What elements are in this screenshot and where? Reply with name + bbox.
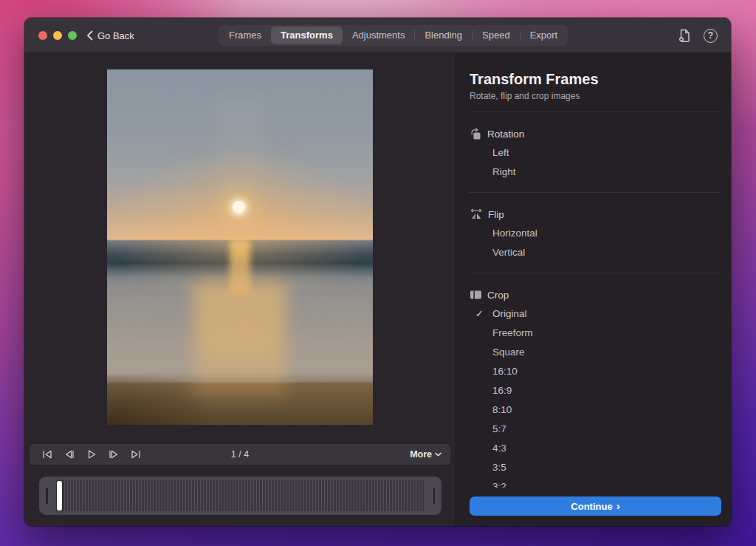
panel-subtitle: Rotate, flip and crop images bbox=[470, 91, 720, 101]
crop-icon bbox=[470, 290, 482, 300]
sand-shadow bbox=[107, 375, 267, 425]
chevron-down-icon bbox=[435, 452, 441, 457]
rotate-icon bbox=[470, 128, 482, 140]
skip-to-end-button[interactable] bbox=[130, 448, 142, 460]
crop-section-header: Crop bbox=[470, 285, 720, 304]
crop-section-label: Crop bbox=[487, 290, 509, 301]
filmstrip-track[interactable] bbox=[55, 480, 425, 511]
go-back-label: Go Back bbox=[97, 30, 134, 41]
flip-section-label: Flip bbox=[488, 209, 504, 220]
crop-option-3-2[interactable]: 3:2 bbox=[456, 477, 731, 488]
crop-option-8-10[interactable]: 8:10 bbox=[456, 400, 731, 420]
chevron-left-icon bbox=[86, 30, 93, 41]
traffic-lights bbox=[38, 31, 77, 40]
tab-blending[interactable]: Blending bbox=[415, 27, 472, 44]
crop-option-4-3[interactable]: 4:3 bbox=[456, 439, 731, 458]
tab-frames[interactable]: Frames bbox=[219, 27, 271, 44]
close-button[interactable] bbox=[38, 31, 47, 40]
tab-transforms[interactable]: Transforms bbox=[271, 27, 343, 44]
step-forward-button[interactable] bbox=[108, 448, 120, 460]
crop-option-3-5[interactable]: 3:5 bbox=[456, 458, 731, 477]
flip-horizontal-item[interactable]: Horizontal bbox=[456, 224, 731, 243]
playback-bar: 1 / 4 More bbox=[30, 444, 450, 465]
chevron-right-icon: › bbox=[616, 499, 620, 512]
panel-title: Transform Frames bbox=[470, 70, 720, 88]
zoom-button[interactable] bbox=[68, 31, 77, 40]
divider bbox=[470, 112, 720, 112]
tab-adjustments[interactable]: Adjustments bbox=[343, 27, 415, 44]
trim-handle-left[interactable] bbox=[46, 488, 48, 504]
playhead[interactable] bbox=[57, 481, 62, 511]
rotation-section-label: Rotation bbox=[487, 129, 524, 140]
continue-label: Continue bbox=[571, 501, 612, 512]
help-icon[interactable]: ? bbox=[704, 29, 718, 43]
rotation-section-header: Rotation bbox=[470, 124, 720, 143]
step-backward-button[interactable] bbox=[63, 448, 75, 460]
app-window: Go Back Frames Transforms Adjustments Bl… bbox=[24, 18, 731, 526]
desktop-wallpaper: Go Back Frames Transforms Adjustments Bl… bbox=[0, 0, 756, 546]
crop-option-square[interactable]: Square bbox=[456, 343, 731, 362]
frame-preview-image bbox=[107, 69, 373, 425]
transport-controls bbox=[41, 444, 142, 465]
flip-section-header: Flip bbox=[470, 205, 720, 224]
timeline-scrubber[interactable] bbox=[39, 477, 441, 515]
flip-icon bbox=[470, 208, 483, 220]
skip-to-start-button[interactable] bbox=[41, 448, 53, 460]
sun bbox=[233, 201, 245, 214]
play-button[interactable] bbox=[86, 448, 97, 460]
go-back-button[interactable]: Go Back bbox=[86, 18, 134, 53]
divider bbox=[470, 192, 720, 193]
transform-panel: Transform Frames Rotate, flip and crop i… bbox=[456, 53, 731, 526]
tab-export[interactable]: Export bbox=[520, 27, 568, 44]
minimize-button[interactable] bbox=[53, 31, 62, 40]
titlebar: Go Back Frames Transforms Adjustments Bl… bbox=[24, 18, 731, 53]
trim-handle-right[interactable] bbox=[433, 488, 436, 504]
tab-bar: Frames Transforms Adjustments Blending S… bbox=[219, 25, 568, 46]
crop-option-freeform[interactable]: Freeform bbox=[456, 324, 731, 343]
tab-speed[interactable]: Speed bbox=[472, 27, 520, 44]
crop-option-original[interactable]: ✓ Original bbox=[456, 304, 731, 324]
crop-options-list: ✓ Original Freeform Square 16:10 16:9 8:… bbox=[456, 304, 731, 488]
more-button[interactable]: More bbox=[410, 444, 441, 465]
crop-option-16-10[interactable]: 16:10 bbox=[456, 362, 731, 381]
divider bbox=[470, 273, 720, 273]
rotate-left-item[interactable]: Left bbox=[456, 143, 731, 163]
preview-pane: 1 / 4 More bbox=[24, 53, 456, 526]
flip-vertical-item[interactable]: Vertical bbox=[456, 243, 731, 262]
file-settings-icon[interactable] bbox=[677, 28, 693, 44]
more-label: More bbox=[410, 449, 432, 460]
crop-option-5-7[interactable]: 5:7 bbox=[456, 420, 731, 439]
continue-button[interactable]: Continue › bbox=[470, 496, 721, 516]
titlebar-actions: ? bbox=[677, 18, 718, 53]
crop-option-16-9[interactable]: 16:9 bbox=[456, 381, 731, 400]
rotate-right-item[interactable]: Right bbox=[456, 163, 731, 182]
checkmark-icon: ✓ bbox=[475, 304, 484, 324]
sun-reflection-column bbox=[230, 240, 250, 293]
